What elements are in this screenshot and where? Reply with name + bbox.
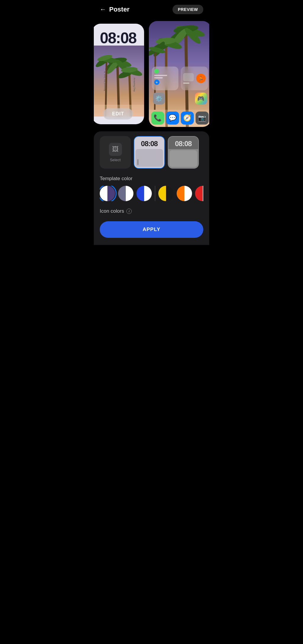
messages-app-icon[interactable]: 💬 (166, 112, 179, 125)
template-selector: 🖼 Select 08:08 08:08 (100, 136, 203, 169)
color-options (100, 186, 203, 201)
color-left-6 (195, 186, 203, 201)
widget-gray-1 (183, 73, 194, 81)
color-left-3 (136, 186, 144, 201)
phones-area: 08:08 (94, 18, 209, 130)
color-divider (155, 186, 155, 201)
apply-button[interactable]: APPLY (100, 221, 203, 238)
page-title: Poster (109, 6, 129, 13)
color-option-4[interactable] (158, 186, 174, 201)
template-preview-1[interactable]: 08:08 (134, 136, 165, 169)
template-preview-2[interactable]: 08:08 (168, 136, 199, 169)
widget-right-lines (183, 73, 194, 84)
color-left-1 (100, 186, 107, 201)
select-label: Select (110, 158, 120, 162)
color-right-1 (107, 186, 115, 201)
template-time-2: 08:08 (168, 137, 198, 149)
color-left-4 (158, 186, 166, 201)
template-option-1[interactable]: 08:08 (134, 136, 165, 169)
phone-app-icon[interactable]: 📞 (151, 112, 164, 125)
left-phone-time: 08:08 (94, 24, 144, 46)
games-app-icon[interactable]: 🎮 (195, 93, 207, 104)
template-time-1: 08:08 (134, 137, 164, 148)
color-option-2[interactable] (118, 186, 133, 201)
left-label-left: Beyond the Sea..ly (103, 71, 106, 91)
app-row: ⚙️ 🎮 (152, 93, 208, 104)
phone-right: + 🏃 ⚙️ 🎮 📞 (149, 21, 209, 127)
widget-line-3 (183, 83, 190, 84)
left-phone-image: Beyond the Sea..ly Amazing Day (94, 46, 144, 117)
widget-row-1: + 🏃 (152, 67, 208, 90)
color-left-2 (118, 186, 126, 201)
select-icon: 🖼 (109, 143, 122, 156)
left-label-right: Amazing Day (133, 78, 136, 92)
template-select-btn[interactable]: 🖼 Select (100, 136, 131, 169)
color-right-3 (144, 186, 152, 201)
widget-phone-like: + (152, 67, 178, 90)
widget-right-area: 🏃 (181, 67, 208, 90)
template-bottom-2 (170, 150, 197, 167)
icon-colors-row: Icon colors i (100, 208, 203, 214)
color-right-5 (184, 186, 192, 201)
safari-app-icon[interactable]: 🧭 (181, 112, 194, 125)
widget-line-2 (154, 77, 163, 78)
color-option-6[interactable] (195, 186, 203, 201)
color-right-2 (126, 186, 133, 201)
color-option-3[interactable] (136, 186, 152, 201)
icon-colors-label: Icon colors (100, 208, 124, 214)
color-right-6 (203, 186, 203, 201)
color-right-4 (166, 186, 174, 201)
dock: 📞 💬 🧭 📷 (151, 112, 209, 125)
edit-button[interactable]: EDIT (103, 108, 133, 120)
settings-app-icon[interactable]: ⚙️ (153, 93, 165, 104)
template-bottom-1 (136, 149, 163, 167)
widget-plus-icon: + (154, 80, 159, 85)
phone-left: 08:08 (94, 24, 144, 124)
template-cursor-1 (137, 159, 138, 165)
preview-button[interactable]: PREVIEW (173, 5, 203, 14)
bottom-panel: 🖼 Select 08:08 08:08 Template color (94, 131, 209, 245)
camera-app-icon[interactable]: 📷 (196, 112, 209, 125)
color-left-5 (177, 186, 184, 201)
widget-dot (154, 69, 159, 74)
widget-runner-icon: 🏃 (196, 74, 206, 83)
right-phone-bg: + 🏃 ⚙️ 🎮 📞 (149, 21, 209, 127)
header: ← Poster PREVIEW (94, 0, 209, 18)
color-option-1[interactable] (100, 186, 115, 201)
widget-line-1 (154, 75, 167, 76)
info-icon[interactable]: i (126, 209, 132, 214)
template-option-2[interactable]: 08:08 (168, 136, 199, 169)
color-option-5[interactable] (177, 186, 192, 201)
template-select-option[interactable]: 🖼 Select (100, 136, 131, 169)
back-button[interactable]: ← (100, 6, 106, 13)
palm-scene-left (94, 46, 144, 117)
home-widgets: + 🏃 ⚙️ 🎮 (152, 67, 208, 106)
template-color-label: Template color (100, 176, 203, 182)
header-left: ← Poster (100, 6, 129, 13)
